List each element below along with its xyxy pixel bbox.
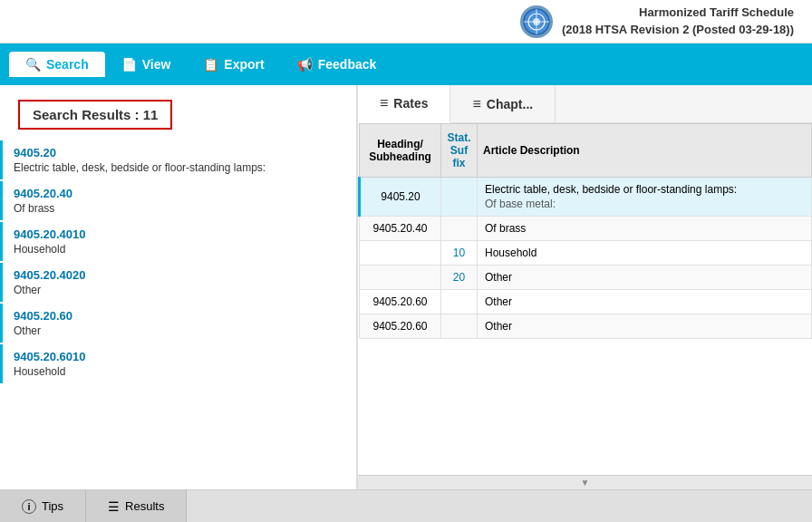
nav-tab-search-label: Search (46, 57, 89, 72)
bottom-bar: i Tips ☰ Results (0, 489, 812, 522)
cell-stat (441, 290, 478, 314)
chapter-icon: ≡ (472, 96, 480, 112)
result-code: 9405.20 (14, 146, 349, 160)
cell-desc: Household (478, 241, 812, 266)
nav-tab-feedback[interactable]: 📢 Feedback (281, 52, 393, 77)
export-icon: 📋 (203, 57, 218, 72)
cell-heading (360, 241, 441, 266)
cell-desc-sub: Of base metal: (485, 198, 804, 210)
result-desc: Of brass (14, 202, 349, 215)
cell-heading: 9405.20.60 (360, 290, 441, 314)
col-header-heading: Heading/ Subheading (360, 124, 441, 178)
result-desc: Other (14, 324, 349, 337)
header-title: Harmonized Tariff Schedule (2018 HTSA Re… (562, 5, 794, 37)
result-code: 9405.20.60 (14, 309, 349, 323)
bottom-tab-results[interactable]: ☰ Results (86, 490, 187, 522)
table-row[interactable]: 9405.20.60 Other (360, 290, 812, 314)
tab-chapter[interactable]: ≡ Chapt... (450, 85, 556, 122)
table-row[interactable]: 9405.20.60 Other (360, 314, 812, 339)
list-item[interactable]: 9405.20.60 Other (0, 304, 356, 343)
result-code: 9405.20.6010 (14, 350, 349, 363)
nav-tab-view[interactable]: 📄 View (105, 52, 188, 77)
navbar: 🔍 Search 📄 View 📋 Export 📢 Feedback (0, 44, 812, 85)
list-item[interactable]: 9405.20.40 Of brass (0, 181, 356, 220)
scroll-down-arrow: ▼ (581, 478, 590, 488)
right-panel: ≡ Rates ≡ Chapt... Heading/ Subheading (358, 85, 812, 489)
search-icon: 🔍 (25, 57, 41, 72)
cell-desc: Other (478, 314, 812, 339)
nav-tab-export-label: Export (224, 57, 264, 72)
cell-desc: Of brass (478, 217, 812, 241)
tips-label: Tips (42, 499, 63, 513)
col-header-stat: Stat. Suf fix (441, 124, 478, 178)
rates-icon: ≡ (380, 95, 388, 111)
list-item[interactable]: 9405.20.4010 Household (0, 222, 356, 261)
tariff-table: Heading/ Subheading Stat. Suf fix Articl… (358, 123, 812, 339)
table-row[interactable]: 9405.20.40 Of brass (360, 217, 812, 241)
result-desc: Household (14, 365, 349, 378)
result-desc: Other (14, 284, 349, 296)
view-icon: 📄 (121, 57, 137, 72)
stat-header-text: Stat. Suf fix (447, 131, 470, 169)
nav-tab-search[interactable]: 🔍 Search (9, 52, 105, 77)
content-area: Search Results : 11 9405.20 Electric tab… (0, 85, 812, 489)
app-logo (520, 5, 553, 38)
tips-icon: i (22, 499, 36, 514)
heading-header-text: Heading/ Subheading (369, 138, 431, 163)
cell-desc: Other (478, 290, 812, 314)
search-results-header: Search Results : 11 (0, 85, 356, 140)
search-results-count: 11 (143, 107, 159, 122)
list-item[interactable]: 9405.20.4020 Other (0, 263, 356, 302)
results-icon: ☰ (108, 499, 120, 514)
rates-tabs: ≡ Rates ≡ Chapt... (358, 85, 812, 123)
cell-heading: 9405.20.60 (360, 314, 441, 339)
search-results-label: Search Results : (33, 107, 140, 122)
header-right: Harmonized Tariff Schedule (2018 HTSA Re… (520, 5, 794, 37)
title-line2: (2018 HTSA Revision 2 (Posted 03-29-18)) (562, 22, 794, 38)
bottom-tab-tips[interactable]: i Tips (0, 490, 86, 522)
cell-stat: 10 (441, 241, 478, 266)
cell-heading: 9405.20 (360, 178, 441, 217)
main-content: Search Results : 11 9405.20 Electric tab… (0, 85, 812, 522)
table-row[interactable]: 20 Other (360, 266, 812, 290)
col-header-desc: Article Description (478, 124, 812, 178)
left-panel: Search Results : 11 9405.20 Electric tab… (0, 85, 358, 489)
title-line1: Harmonized Tariff Schedule (562, 5, 794, 21)
cell-desc: Other (478, 266, 812, 290)
table-row[interactable]: 10 Household (360, 241, 812, 266)
tab-rates[interactable]: ≡ Rates (358, 85, 450, 123)
cell-stat (441, 314, 478, 339)
cell-stat (441, 178, 478, 217)
result-code: 9405.20.40 (14, 187, 349, 200)
cell-heading: 9405.20.40 (360, 217, 441, 241)
rates-tab-label: Rates (393, 96, 428, 111)
cell-stat (441, 217, 478, 241)
list-item[interactable]: 9405.20 Electric table, desk, bedside or… (0, 140, 356, 179)
results-list[interactable]: 9405.20 Electric table, desk, bedside or… (0, 140, 356, 489)
result-desc: Household (14, 243, 349, 256)
result-desc: Electric table, desk, bedside or floor-s… (14, 161, 349, 174)
result-code: 9405.20.4020 (14, 268, 349, 282)
results-label: Results (125, 499, 164, 513)
header: Harmonized Tariff Schedule (2018 HTSA Re… (0, 0, 812, 44)
scroll-hint: ▼ (358, 475, 812, 489)
data-table[interactable]: Heading/ Subheading Stat. Suf fix Articl… (358, 123, 812, 475)
nav-tab-view-label: View (142, 57, 171, 72)
cell-desc: Electric table, desk, bedside or floor-s… (478, 178, 812, 217)
nav-tab-feedback-label: Feedback (318, 57, 377, 72)
cell-desc-main: Electric table, desk, bedside or floor-s… (485, 183, 804, 196)
table-row[interactable]: 9405.20 Electric table, desk, bedside or… (360, 178, 812, 217)
chapter-tab-label: Chapt... (487, 97, 533, 111)
result-code: 9405.20.4010 (14, 227, 349, 241)
desc-header-text: Article Description (483, 144, 580, 157)
search-results-badge: Search Results : 11 (18, 100, 172, 130)
feedback-icon: 📢 (297, 57, 313, 72)
nav-tab-export[interactable]: 📋 Export (187, 52, 280, 77)
cell-stat: 20 (441, 266, 478, 290)
list-item[interactable]: 9405.20.6010 Household (0, 344, 356, 383)
cell-heading (360, 266, 441, 290)
